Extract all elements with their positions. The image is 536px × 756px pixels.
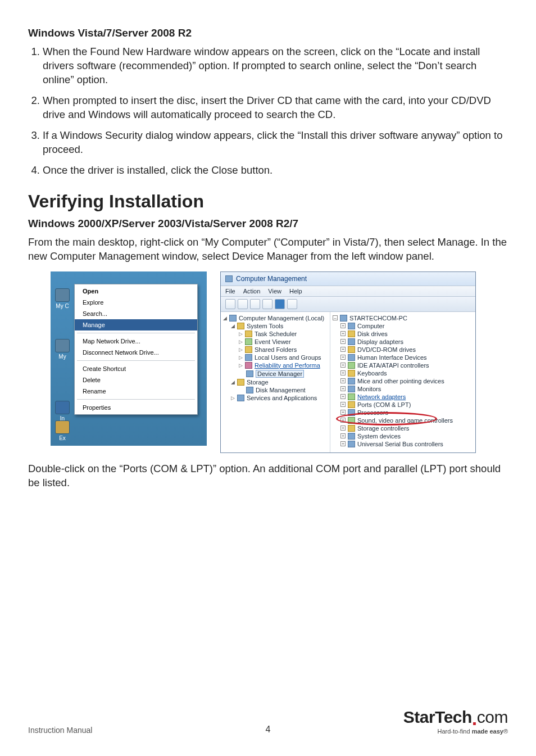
- cm-menu-action[interactable]: Action: [243, 288, 261, 295]
- ctx-separator: [77, 360, 195, 361]
- expand-icon[interactable]: ◢: [223, 316, 227, 320]
- ctx-map-drive[interactable]: Map Network Drive...: [75, 336, 197, 347]
- ctx-disconnect-drive[interactable]: Disconnect Network Drive...: [75, 347, 197, 358]
- cm-right-node[interactable]: +Network adapters: [333, 393, 473, 401]
- cm-right-node[interactable]: +Human Interface Devices: [333, 354, 473, 361]
- cm-right-node[interactable]: +Storage controllers: [333, 424, 473, 432]
- cm-left-node[interactable]: ◢Storage: [223, 378, 329, 386]
- cm-right-node[interactable]: +Processors: [333, 409, 473, 417]
- cm-right-node[interactable]: +IDE ATA/ATAPI controllers: [333, 361, 473, 369]
- expand-icon[interactable]: ▷: [239, 339, 243, 344]
- cm-right-node[interactable]: +Disk drives: [333, 330, 473, 338]
- node-label: Local Users and Groups: [255, 354, 321, 361]
- cm-right-node[interactable]: +Monitors: [333, 385, 473, 393]
- expand-icon[interactable]: +: [340, 363, 346, 368]
- expand-icon[interactable]: +: [340, 402, 346, 407]
- node-label: Processors: [357, 409, 388, 416]
- cm-app-icon: [225, 275, 233, 282]
- ctx-open[interactable]: Open: [75, 286, 197, 297]
- ctx-explore[interactable]: Explore: [75, 297, 197, 308]
- cm-titlebar: Computer Management: [221, 272, 475, 286]
- node-icon: [237, 395, 244, 401]
- tb-properties-icon[interactable]: [262, 299, 272, 309]
- expand-icon[interactable]: ▷: [239, 355, 243, 360]
- cm-right-node[interactable]: +System devices: [333, 432, 473, 440]
- node-icon: [245, 354, 252, 361]
- expand-icon[interactable]: ▷: [239, 363, 243, 368]
- node-label: Storage controllers: [357, 425, 409, 432]
- collapse-icon[interactable]: –: [333, 315, 338, 320]
- expand-icon[interactable]: +: [340, 410, 346, 415]
- tb-help-icon[interactable]: [275, 299, 285, 309]
- expand-icon[interactable]: +: [340, 378, 346, 383]
- tb-back-icon[interactable]: [225, 299, 235, 309]
- node-label: System devices: [357, 433, 401, 440]
- ctx-rename[interactable]: Rename: [75, 386, 197, 397]
- desktop-icon-ie[interactable]: In: [54, 401, 71, 422]
- node-icon: [348, 393, 355, 400]
- cm-title-text: Computer Management: [236, 275, 307, 283]
- desktop-icon-label: Ex: [59, 435, 66, 441]
- cm-left-node[interactable]: ▷Services and Applications: [223, 394, 329, 402]
- expand-icon[interactable]: +: [340, 339, 346, 344]
- node-icon: [348, 386, 355, 392]
- tb-refresh-icon[interactable]: [287, 299, 297, 309]
- tb-up-icon[interactable]: [250, 299, 260, 309]
- cm-left-node[interactable]: ◢System Tools: [223, 322, 329, 330]
- cm-left-node[interactable]: ◢Computer Management (Local): [223, 314, 329, 322]
- expand-icon[interactable]: +: [340, 441, 346, 446]
- cm-right-node[interactable]: +Sound, video and game controllers: [333, 417, 473, 424]
- cm-left-node[interactable]: ▷Task Scheduler: [223, 330, 329, 338]
- expand-icon[interactable]: ▷: [239, 347, 243, 352]
- expand-icon[interactable]: +: [340, 394, 346, 399]
- desktop-icon-my-computer[interactable]: My C: [54, 288, 71, 309]
- expand-icon[interactable]: +: [340, 347, 346, 352]
- cm-right-node[interactable]: +Universal Serial Bus controllers: [333, 440, 473, 448]
- cm-right-node[interactable]: +Display adapters: [333, 338, 473, 346]
- node-icon: [237, 323, 244, 329]
- ctx-separator: [77, 333, 195, 333]
- expand-icon[interactable]: +: [340, 418, 346, 423]
- ctx-create-shortcut[interactable]: Create Shortcut: [75, 363, 197, 374]
- cm-right-node[interactable]: +Ports (COM & LPT): [333, 401, 473, 409]
- expand-icon[interactable]: +: [340, 331, 346, 336]
- device-root[interactable]: – STARTECHCOM-PC: [333, 314, 473, 322]
- cm-left-node[interactable]: Disk Management: [223, 386, 329, 394]
- cm-right-node[interactable]: +DVD/CD-ROM drives: [333, 346, 473, 354]
- node-label: Universal Serial Bus controllers: [357, 441, 443, 447]
- computer-icon: [340, 315, 347, 322]
- expand-icon[interactable]: ◢: [231, 324, 235, 328]
- ctx-properties[interactable]: Properties: [75, 402, 197, 413]
- cm-left-node[interactable]: ▷Event Viewer: [223, 338, 329, 346]
- node-label: Shared Folders: [255, 346, 297, 353]
- ctx-search[interactable]: Search...: [75, 308, 197, 319]
- desktop-icon-my-docs[interactable]: My: [54, 339, 71, 360]
- expand-icon[interactable]: ▷: [231, 396, 235, 400]
- desktop-icon-explorer[interactable]: Ex: [54, 420, 71, 441]
- expand-icon[interactable]: ◢: [231, 380, 235, 384]
- cm-left-node[interactable]: ▷Reliability and Performa: [223, 361, 329, 369]
- cm-right-node[interactable]: +Keyboards: [333, 369, 473, 377]
- cm-menu-file[interactable]: File: [225, 288, 235, 295]
- expand-icon[interactable]: +: [340, 355, 346, 360]
- expand-icon[interactable]: +: [340, 386, 346, 391]
- cm-left-node[interactable]: ▷Shared Folders: [223, 346, 329, 354]
- expand-icon[interactable]: +: [340, 433, 346, 438]
- cm-left-node[interactable]: ▷Local Users and Groups: [223, 354, 329, 361]
- expand-icon[interactable]: +: [340, 370, 346, 375]
- screenshot-row: My C My In Ex Open Explore Search... Man…: [51, 271, 508, 453]
- cm-right-node[interactable]: +Computer: [333, 322, 473, 330]
- ctx-delete[interactable]: Delete: [75, 374, 197, 386]
- node-icon: [348, 331, 355, 337]
- expand-icon[interactable]: ▷: [239, 332, 243, 336]
- node-label: Reliability and Performa: [255, 362, 320, 369]
- tb-forward-icon[interactable]: [238, 299, 248, 309]
- expand-icon[interactable]: +: [340, 323, 346, 328]
- cm-menu-help[interactable]: Help: [289, 288, 302, 295]
- cm-right-node[interactable]: +Mice and other pointing devices: [333, 377, 473, 385]
- expand-icon[interactable]: +: [340, 425, 346, 431]
- cm-left-node[interactable]: Device Manager: [223, 369, 329, 378]
- cm-menu-view[interactable]: View: [268, 288, 281, 295]
- ctx-manage[interactable]: Manage: [75, 319, 197, 331]
- node-icon: [348, 354, 355, 361]
